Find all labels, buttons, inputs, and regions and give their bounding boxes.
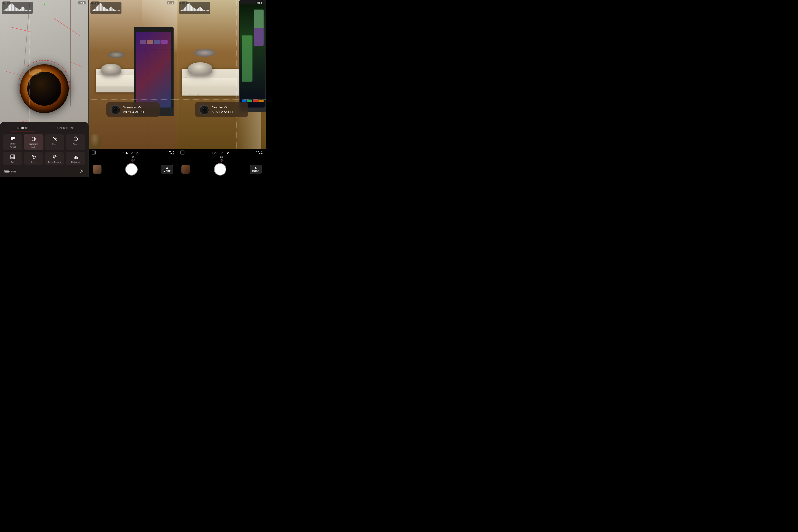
- lens-info-card-2[interactable]: Summilux-M 28 f/1.4 ASPH.: [107, 102, 159, 117]
- svg-rect-14: [8, 5, 9, 11]
- tab-aperture[interactable]: APERTURE: [45, 126, 86, 131]
- lens-info-card-3[interactable]: Noctilux-M 50 f/1.2 ASPH.: [195, 102, 248, 117]
- menu-item-looks[interactable]: LEICA VIV Looks: [24, 134, 43, 150]
- svg-rect-22: [15, 7, 15, 11]
- svg-rect-38: [27, 11, 27, 11]
- aperture-row-2: 1.4 2 2.8 LEICAVIV: [91, 151, 175, 155]
- aperture-active-3[interactable]: 2: [227, 151, 229, 155]
- looks-label: Looks: [31, 146, 36, 148]
- menu-item-histogram[interactable]: Histogram: [66, 152, 86, 165]
- svg-rect-157: [201, 7, 201, 11]
- lens-info-text-2: Summilux-M 28 f/1.4 ASPH.: [123, 105, 145, 114]
- svg-rect-143: [190, 3, 190, 11]
- svg-rect-148: [193, 7, 194, 11]
- svg-rect-118: [118, 11, 119, 11]
- viewfinder-2[interactable]: FN 1 FN 2 Summilux-M 28 f/1.4 ASPH.: [89, 0, 177, 149]
- svg-rect-23: [15, 7, 16, 11]
- camera-panel-1: FN 1 FN 2 PHOTO APERTURE HEIF Format: [0, 0, 89, 177]
- aperture-row-3: 1.2 1.4 2 LEICAVIV: [179, 151, 264, 155]
- level-label: Level: [31, 161, 36, 163]
- histogram-widget-2[interactable]: [91, 2, 121, 14]
- gallery-thumb-3[interactable]: [181, 165, 190, 174]
- aperture-3-2[interactable]: 2.8: [136, 151, 140, 154]
- menu-item-grid[interactable]: Grid: [3, 152, 22, 165]
- focal-length-2: 28: [131, 156, 135, 159]
- camera-panel-3: Japanese objects for everyday use Utsiwa: [177, 0, 266, 177]
- tab-photo[interactable]: PHOTO: [3, 126, 43, 131]
- svg-rect-112: [113, 9, 114, 11]
- svg-rect-42: [30, 10, 31, 11]
- svg-rect-10: [5, 9, 6, 11]
- menu-footer: 95%: [3, 168, 86, 174]
- menu-item-focus-peaking[interactable]: Focus Peaking: [45, 152, 64, 165]
- bottom-bar-3: 1.2 1.4 2 LEICAVIV 50 NTX A MODE: [177, 149, 266, 177]
- aperture-1-3[interactable]: 1.2: [212, 151, 216, 154]
- shutter-row-3: A MODE: [179, 163, 264, 175]
- svg-rect-21: [14, 5, 14, 11]
- lens-icon-2: [110, 104, 120, 114]
- svg-rect-78: [76, 156, 77, 159]
- svg-rect-156: [200, 7, 201, 11]
- aperture-active-2[interactable]: 1.4: [123, 151, 128, 155]
- looks-icon: [31, 136, 36, 142]
- svg-rect-33: [23, 7, 24, 11]
- focal-dot-3: [221, 161, 222, 162]
- settings-button[interactable]: [80, 169, 84, 174]
- menu-item-flash[interactable]: Flash: [45, 134, 64, 150]
- svg-rect-43: [31, 11, 32, 11]
- svg-rect-12: [7, 7, 7, 11]
- histogram-widget-3[interactable]: [179, 2, 210, 14]
- focal-sub-3: NTX: [220, 159, 224, 161]
- battery-percent: 95%: [11, 170, 16, 173]
- gallery-thumb-2[interactable]: [93, 165, 101, 174]
- svg-rect-18: [12, 3, 12, 11]
- menu-item-level[interactable]: Level: [24, 152, 43, 165]
- svg-rect-87: [94, 9, 95, 11]
- battery-info: 95%: [4, 170, 16, 174]
- grid-toggle-3[interactable]: [180, 151, 185, 155]
- svg-rect-15: [9, 5, 10, 11]
- timer-icon: [73, 136, 78, 142]
- svg-rect-91: [97, 5, 98, 11]
- flash-label: Flash: [52, 143, 57, 145]
- grid-toggle-2[interactable]: [92, 151, 96, 155]
- svg-rect-11: [6, 8, 7, 11]
- viewfinder-3[interactable]: Japanese objects for everyday use Utsiwa: [177, 0, 266, 149]
- leica-viv-3: LEICAVIV: [256, 151, 263, 155]
- svg-point-66: [33, 156, 34, 157]
- menu-item-timer[interactable]: Timer: [66, 134, 86, 150]
- aperture-2-2[interactable]: 2: [131, 151, 133, 154]
- mode-button-3[interactable]: A MODE: [250, 165, 262, 174]
- svg-rect-85: [93, 10, 93, 11]
- svg-rect-77: [76, 155, 76, 159]
- focal-sub-2: SLX: [131, 159, 135, 161]
- svg-rect-99: [103, 7, 104, 11]
- lens-info-text-3: Noctilux-M 50 f/1.2 ASPH.: [212, 105, 234, 114]
- svg-rect-82: [5, 170, 9, 172]
- shutter-row-2: A MODE: [91, 163, 175, 175]
- shutter-button-2[interactable]: [125, 163, 138, 175]
- viewfinder-1[interactable]: FN 1 FN 2 PHOTO APERTURE HEIF Format: [0, 0, 89, 177]
- menu-item-format[interactable]: HEIF Format: [3, 134, 22, 150]
- svg-rect-107: [110, 8, 110, 11]
- svg-rect-58: [11, 155, 15, 159]
- histogram-widget-1[interactable]: [2, 2, 33, 14]
- svg-rect-144: [190, 5, 191, 11]
- svg-rect-31: [21, 7, 22, 11]
- mode-button-2[interactable]: A MODE: [161, 165, 173, 174]
- svg-line-57: [74, 137, 75, 137]
- svg-rect-167: [208, 11, 209, 11]
- svg-point-172: [203, 108, 204, 110]
- level-icon: [31, 154, 36, 160]
- svg-rect-136: [184, 7, 185, 11]
- svg-rect-115: [115, 11, 116, 11]
- flash-icon: [52, 136, 57, 142]
- shutter-button-3[interactable]: [214, 163, 226, 175]
- svg-rect-89: [96, 7, 96, 11]
- histogram-svg-3: [180, 3, 209, 11]
- aperture-2-3[interactable]: 1.4: [220, 151, 224, 154]
- svg-rect-29: [20, 9, 21, 11]
- svg-rect-146: [192, 7, 193, 11]
- svg-rect-41: [29, 11, 30, 11]
- svg-rect-35: [25, 9, 25, 11]
